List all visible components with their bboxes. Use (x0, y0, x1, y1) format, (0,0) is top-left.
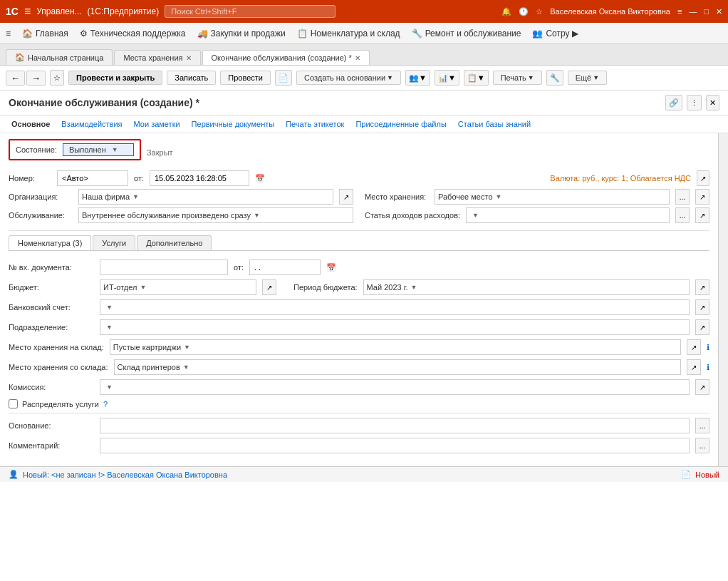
inner-tab-services[interactable]: Услуги (93, 235, 135, 250)
comment-input[interactable] (100, 438, 690, 453)
action1-button[interactable]: 📊▼ (435, 70, 459, 86)
sec-tab-notes[interactable]: Мои заметки (128, 118, 186, 130)
sec-tab-primary-docs[interactable]: Первичные документы (186, 118, 281, 130)
sec-tab-interactions[interactable]: Взаимодействия (56, 118, 128, 130)
tab-active-close[interactable]: ✕ (355, 54, 360, 62)
doc-number-input[interactable] (100, 259, 228, 275)
tab-home[interactable]: 🏠 Начальная страница (6, 49, 113, 65)
bank-account-select[interactable]: ▼ (100, 299, 690, 315)
menu-item-hamburger[interactable]: ≡ (6, 29, 11, 38)
more-dots-button[interactable]: ⋮ (687, 95, 702, 110)
hamburger-icon[interactable]: ≡ (24, 5, 31, 18)
menu-item-repair[interactable]: 🔧 Ремонт и обслуживание (412, 29, 521, 38)
history-icon[interactable]: 🕐 (519, 7, 529, 16)
number-input[interactable] (57, 170, 128, 186)
bank-account-ext-button[interactable]: ↗ (695, 299, 709, 315)
org-select[interactable]: Наша фирма ▼ (78, 189, 333, 205)
maximize-button[interactable]: □ (704, 7, 709, 16)
status-dropdown-arrow[interactable]: ▼ (112, 146, 118, 153)
income-ext-button[interactable]: ↗ (695, 207, 709, 223)
scrollable-content[interactable]: Состояние: Выполнен ▼ Закрыт Номер: от: … (0, 133, 728, 466)
date-input[interactable] (150, 170, 249, 186)
doc-number-calendar-icon[interactable]: 📅 (326, 263, 336, 272)
storage-to-info-icon[interactable]: ℹ (707, 343, 709, 352)
menu-item-support[interactable]: ⚙ Техническая поддержка (80, 29, 186, 38)
calendar-icon[interactable]: 📅 (255, 174, 265, 183)
tab-storage-close[interactable]: ✕ (186, 54, 192, 62)
distribute-services-checkbox[interactable] (9, 399, 18, 408)
income-select[interactable]: ▼ (466, 207, 670, 223)
doc-nav: ← → (6, 71, 46, 86)
save-close-button[interactable]: Провести и закрыть (68, 71, 162, 85)
inner-tab-nomenclature[interactable]: Номенклатура (3) (9, 235, 91, 250)
document-area: ← → ☆ Провести и закрыть Записать Провес… (0, 66, 728, 466)
storage-from-ext-button[interactable]: ↗ (687, 359, 701, 375)
doc-icon-button[interactable]: 📄 (275, 70, 292, 86)
scrollbar[interactable] (718, 133, 728, 466)
sec-tab-print-labels[interactable]: Печать этикеток (280, 118, 350, 130)
sec-tab-attached-files[interactable]: Присоединенные файлы (350, 118, 452, 130)
minimize-button[interactable]: — (689, 7, 697, 16)
doc-number-date-input[interactable] (249, 259, 321, 275)
commission-select[interactable]: ▼ (100, 379, 690, 395)
currency-ext-button[interactable]: ↗ (697, 170, 709, 186)
app-title: Управлен... (36, 6, 81, 16)
income-dots-button[interactable]: ... (675, 207, 690, 223)
doc-title-bar: Окончание обслуживания (создание) * 🔗 ⋮ … (0, 91, 728, 115)
tab-active[interactable]: Окончание обслуживания (создание) * ✕ (202, 50, 370, 65)
notification-icon[interactable]: 🔔 (501, 7, 511, 16)
storage-from-select[interactable]: Склад принтеров ▼ (114, 359, 681, 375)
save-button[interactable]: Записать (167, 71, 216, 85)
service-select[interactable]: Внутреннее обслуживание произведено сраз… (78, 207, 353, 223)
menu-item-staff[interactable]: 👥 Сотру ▶ (532, 29, 578, 38)
window-close-button[interactable]: ✕ (716, 7, 722, 16)
income-row: Статья доходов расходов: ▼ ... ↗ (365, 207, 709, 223)
tab-storage[interactable]: Места хранения ✕ (114, 50, 200, 65)
comment-dots-button[interactable]: ... (695, 438, 709, 453)
create-basis-button[interactable]: Создать на основании ▼ (296, 71, 401, 85)
app-logo: 1С (6, 6, 19, 17)
menu-item-nomenclature[interactable]: 📋 Номенклатура и склад (297, 29, 400, 38)
budget-select[interactable]: ИТ-отдел ▼ (100, 279, 256, 295)
commission-label: Комиссия: (9, 383, 94, 391)
back-button[interactable]: ← (6, 71, 25, 86)
org-ext-button[interactable]: ↗ (339, 189, 353, 205)
sec-tab-main[interactable]: Основное (6, 118, 56, 130)
basis-input[interactable] (100, 418, 690, 433)
more-button[interactable]: Ещё ▼ (568, 71, 607, 85)
group-button[interactable]: 👥▼ (405, 70, 430, 86)
storage-from-info-icon[interactable]: ℹ (707, 363, 709, 372)
menu-item-home[interactable]: 🏠 Главная (22, 29, 68, 38)
home-icon: 🏠 (22, 29, 33, 38)
search-input[interactable] (165, 5, 336, 18)
inner-tab-additional[interactable]: Дополнительно (137, 235, 212, 250)
divider1 (9, 230, 709, 231)
storage-dots-button[interactable]: ... (675, 189, 690, 205)
post-button[interactable]: Провести (220, 71, 271, 85)
link-button[interactable]: 🔗 (665, 95, 682, 110)
storage-ext-button[interactable]: ↗ (695, 189, 709, 205)
settings-icon[interactable]: ≡ (677, 7, 682, 16)
storage-select[interactable]: Рабочее место ▼ (435, 189, 670, 205)
org-value: Наша фирма (82, 192, 130, 201)
action2-button[interactable]: 📋▼ (464, 70, 489, 86)
budget-period-ext-button[interactable]: ↗ (695, 279, 709, 295)
commission-ext-button[interactable]: ↗ (695, 379, 709, 395)
budget-ext-button[interactable]: ↗ (262, 279, 276, 295)
storage-to-select[interactable]: Пустые картриджи ▼ (110, 339, 681, 355)
star-button[interactable]: ☆ (50, 70, 64, 86)
budget-period-select[interactable]: Май 2023 г. ▼ (363, 279, 690, 295)
distribute-services-help[interactable]: ? (103, 400, 108, 408)
subdivision-select[interactable]: ▼ (100, 319, 690, 335)
forward-button[interactable]: → (26, 71, 46, 86)
doc-close-button[interactable]: ✕ (706, 95, 719, 110)
basis-dots-button[interactable]: ... (695, 418, 709, 433)
menu-item-purchases[interactable]: 🚚 Закупки и продажи (197, 29, 286, 38)
nomenclature-icon: 📋 (297, 29, 308, 38)
sec-tab-knowledge-base[interactable]: Статьи базы знаний (452, 118, 536, 130)
tools-button[interactable]: 🔧 (546, 70, 563, 86)
bookmark-icon[interactable]: ☆ (536, 7, 543, 16)
subdivision-ext-button[interactable]: ↗ (695, 319, 709, 335)
print-button[interactable]: Печать ▼ (493, 71, 542, 85)
storage-to-ext-button[interactable]: ↗ (687, 339, 701, 355)
